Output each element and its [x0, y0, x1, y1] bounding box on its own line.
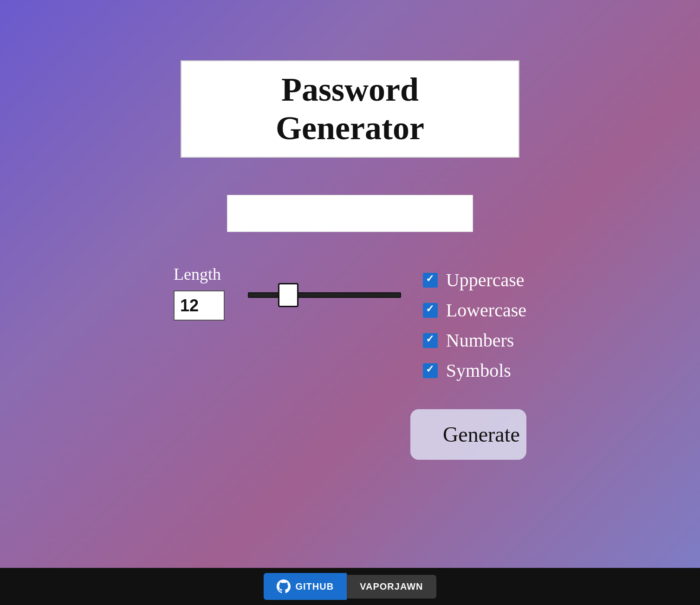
uppercase-label: Uppercase	[446, 269, 525, 291]
checkbox-numbers[interactable]: Numbers	[423, 329, 526, 351]
title-container: Password Generator	[181, 60, 519, 158]
main-content: Password Generator Length Uppercase Lowe…	[0, 0, 700, 605]
page-title: Password Generator	[219, 71, 481, 148]
vaporjawn-label: VAPORJAWN	[360, 581, 423, 592]
github-icon	[277, 579, 291, 593]
checkbox-symbols[interactable]: Symbols	[423, 360, 526, 381]
symbols-checkbox[interactable]	[423, 363, 438, 378]
checkbox-lowercase[interactable]: Lowercase	[423, 299, 526, 321]
symbols-label: Symbols	[446, 360, 511, 381]
length-label: Length	[174, 264, 221, 284]
checkboxes-area: Uppercase Lowercase Numbers Symbols	[423, 264, 526, 381]
lowercase-label: Lowercase	[446, 299, 526, 321]
length-number-input[interactable]	[174, 290, 225, 321]
generate-section: Generate	[174, 409, 526, 460]
numbers-checkbox[interactable]	[423, 333, 438, 348]
numbers-label: Numbers	[446, 329, 514, 351]
checkbox-uppercase[interactable]: Uppercase	[423, 269, 526, 291]
vaporjawn-link[interactable]: VAPORJAWN	[347, 575, 436, 599]
uppercase-checkbox[interactable]	[423, 273, 438, 288]
generate-button[interactable]: Generate	[410, 409, 526, 460]
github-label: GITHUB	[295, 581, 334, 592]
lowercase-checkbox[interactable]	[423, 303, 438, 318]
slider-container	[248, 264, 404, 298]
footer: GITHUB VAPORJAWN	[0, 568, 700, 605]
github-link[interactable]: GITHUB	[264, 573, 347, 600]
length-slider[interactable]	[248, 292, 401, 298]
password-output[interactable]	[227, 195, 473, 232]
left-controls: Length	[174, 264, 229, 321]
controls-row: Length Uppercase Lowercase Numbers Symbo…	[174, 264, 526, 381]
